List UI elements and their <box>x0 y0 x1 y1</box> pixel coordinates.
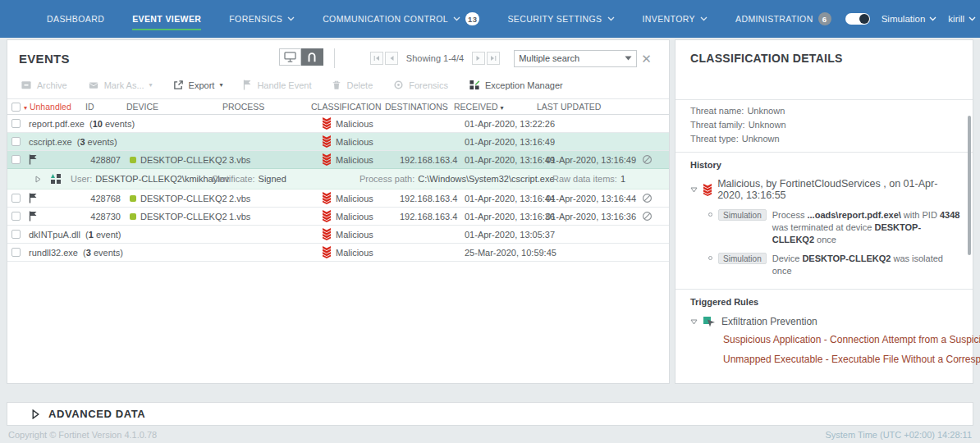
expand-triangle-icon[interactable] <box>35 176 41 183</box>
column-header-device[interactable]: DEVICE <box>126 102 222 112</box>
malicious-icon <box>323 228 331 240</box>
event-id-cell: 428807 <box>42 155 122 165</box>
row-checkbox[interactable] <box>11 155 21 164</box>
nav-item-administration[interactable]: ADMINISTRATION 6 <box>721 0 845 38</box>
triggered-rule-item[interactable]: Unmapped Executable - Executable File Wi… <box>712 349 961 369</box>
nav-item-inventory[interactable]: INVENTORY <box>629 0 721 38</box>
toggle-knob-icon <box>859 14 869 24</box>
delete-button: Delete <box>332 80 373 90</box>
destination-cell: 192.168.163.4 <box>385 212 454 222</box>
simulation-toggle[interactable] <box>845 13 870 25</box>
view-toggle <box>279 48 335 68</box>
toolbar-button-label: Delete <box>346 80 373 90</box>
event-row[interactable]: 428807 DESKTOP-CLLEKQ2 3.vbs Malicious 1… <box>7 151 669 169</box>
history-action-text: Device DESKTOP-CLLEKQ2 was isolated once <box>772 253 961 277</box>
row-checkbox[interactable] <box>11 119 21 128</box>
prev-page-button[interactable] <box>385 52 398 65</box>
chevron-down-icon <box>700 16 708 21</box>
next-page-button[interactable] <box>472 52 485 65</box>
device-view-button[interactable] <box>279 48 301 66</box>
column-header-received[interactable]: RECEIVED ▾ <box>454 102 537 112</box>
received-cell: 25-Mar-2020, 10:59:45 <box>454 248 537 258</box>
trash-icon <box>332 80 341 90</box>
classification-body: Threat name:Unknown Threat family:Unknow… <box>675 100 973 369</box>
device-cell: DESKTOP-CLLEKQ2 <box>122 194 222 203</box>
toolbar-button-label: Forensics <box>409 80 448 90</box>
column-header-destinations[interactable]: DESTINATIONS <box>385 102 454 112</box>
destination-cell: 192.168.163.4 <box>385 194 454 203</box>
last-page-button[interactable] <box>487 52 500 65</box>
scrollbar-thumb[interactable] <box>968 116 971 255</box>
classification-label: Malicious <box>336 137 373 147</box>
archive-icon <box>21 80 32 90</box>
nav-item-forensics[interactable]: FORENSICS <box>215 0 309 38</box>
events-title: EVENTS <box>19 52 70 66</box>
classification-cell: Malicious <box>311 192 385 204</box>
mark-as--button: Mark As... ▾ <box>88 80 153 90</box>
history-items: Simulation Process ...oads\report.pdf.ex… <box>708 206 961 281</box>
nav-item-communication-control[interactable]: COMMUNICATION CONTROL 13 <box>309 0 493 38</box>
malicious-icon <box>703 183 712 197</box>
export-button[interactable]: Export ▾ <box>173 80 223 90</box>
event-row[interactable]: 428730 DESKTOP-CLLEKQ2 1.vbs Malicious 1… <box>7 208 669 226</box>
nav-badge: 13 <box>465 12 479 25</box>
blocked-icon <box>642 193 653 203</box>
top-nav: DASHBOARD EVENT VIEWER FORENSICS COMMUNI… <box>0 0 980 38</box>
forensics-icon <box>393 80 404 90</box>
event-detail-row: User:DESKTOP-CLLEKQ2\kmikhaylov Certific… <box>7 169 669 190</box>
user-menu[interactable]: kirill <box>948 14 976 24</box>
rule-name: Unmapped Executable - Executable File Wi… <box>723 354 980 365</box>
row-checkbox[interactable] <box>11 137 21 146</box>
collapse-triangle-icon[interactable] <box>690 319 698 325</box>
event-group-row[interactable]: report.pdf.exe (10 events) Malicious 01-… <box>7 115 669 133</box>
toolbar-button-label: Archive <box>37 80 67 90</box>
first-page-button[interactable] <box>370 52 383 65</box>
dropdown-arrow-icon <box>625 56 632 61</box>
fortinet-logo-icon[interactable] <box>11 8 15 30</box>
event-group-row[interactable]: rundll32.exe (3 events) Malicious 25-Mar… <box>7 244 669 262</box>
select-all-checkbox[interactable] <box>11 103 21 112</box>
archive-button: Archive <box>21 80 67 90</box>
threat-family-line: Threat family:Unknown <box>690 117 961 131</box>
column-header-id[interactable]: ID <box>85 102 126 112</box>
threat-name-line: Threat name:Unknown <box>690 103 961 117</box>
column-header-classification[interactable]: CLASSIFICATION <box>311 102 385 112</box>
event-group-row[interactable]: cscript.exe (3 events) Malicious 01-Apr-… <box>7 133 669 151</box>
nav-item-security-settings[interactable]: SECURITY SETTINGS <box>493 0 628 38</box>
clear-search-icon[interactable]: ✕ <box>641 53 652 65</box>
rule-group-row[interactable]: Exfiltration Prevention <box>690 312 961 330</box>
triggered-rule-item[interactable]: Suspicious Application - Connection Atte… <box>712 330 961 349</box>
collapse-triangle-icon[interactable] <box>690 187 698 193</box>
row-checkbox[interactable] <box>11 194 21 203</box>
event-row[interactable]: 428768 DESKTOP-CLLEKQ2 2.vbs Malicious 1… <box>7 190 669 208</box>
history-action-item: Simulation Process ...oads\report.pdf.ex… <box>708 206 961 249</box>
bullet-icon <box>708 212 712 217</box>
advanced-data-label: ADVANCED DATA <box>48 408 145 420</box>
row-checkbox[interactable] <box>11 212 21 221</box>
chevron-down-icon <box>607 16 615 21</box>
classification-panel: CLASSIFICATION DETAILS Threat name:Unkno… <box>675 39 973 384</box>
nav-item-dashboard[interactable]: DASHBOARD <box>33 0 118 38</box>
event-group-row[interactable]: dkINTpuA.dll (1 event) Malicious 01-Apr-… <box>7 226 669 244</box>
received-cell: 01-Apr-2020, 13:16:36 <box>454 212 537 222</box>
row-checkbox[interactable] <box>11 248 21 257</box>
simulation-badge: Simulation <box>718 209 767 221</box>
group-process-name: report.pdf.exe (10 events) <box>24 119 311 129</box>
process-view-button[interactable] <box>301 48 323 66</box>
history-action-text: Process ...oads\report.pdf.exe\ with PID… <box>772 209 961 246</box>
exception-manager-button[interactable]: Exception Manager <box>469 80 563 90</box>
forensics-button: Forensics <box>393 80 448 90</box>
row-checkbox[interactable] <box>11 230 21 239</box>
advanced-data-bar[interactable]: ADVANCED DATA <box>7 402 973 426</box>
handled-filter[interactable]: ▾ Unhandled <box>24 102 85 112</box>
user-name: kirill <box>948 14 964 24</box>
column-header-process[interactable]: PROCESS <box>222 102 311 112</box>
column-header-last-updated[interactable]: LAST UPDATED <box>537 102 601 112</box>
nav-item-label: INVENTORY <box>643 14 695 24</box>
events-header: EVENTS Showing 1-4/4 <box>7 40 669 68</box>
last-updated-cell: 01-Apr-2020, 13:16:36 <box>537 212 625 222</box>
simulation-menu[interactable]: Simulation <box>882 14 937 24</box>
nav-item-event-viewer[interactable]: EVENT VIEWER <box>118 0 215 38</box>
history-action-item: Simulation Device DESKTOP-CLLEKQ2 was is… <box>708 249 961 281</box>
multiple-search-dropdown[interactable]: Multiple search <box>514 50 637 67</box>
